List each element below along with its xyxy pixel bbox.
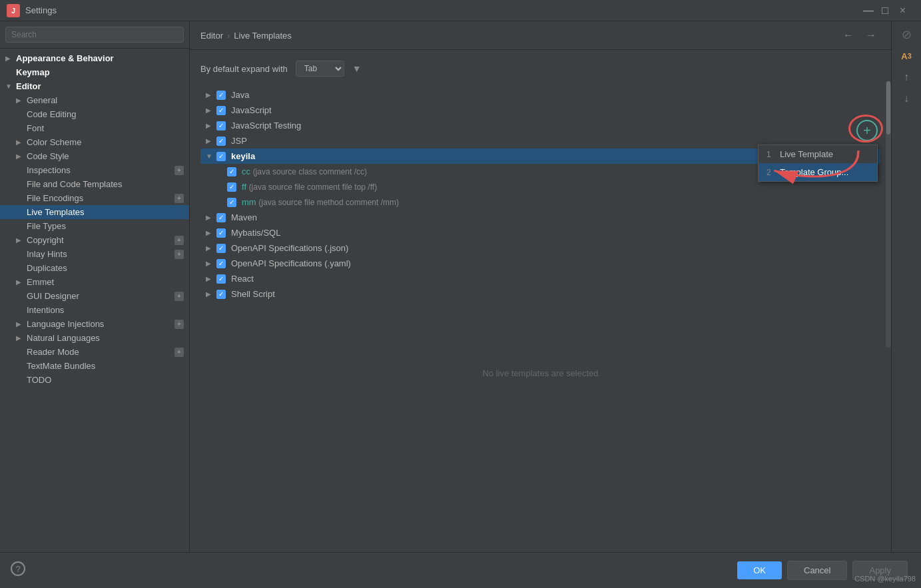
checkbox-javascript-testing[interactable]: ✓ — [216, 121, 226, 131]
sidebar-item-file-encodings[interactable]: File Encodings + — [0, 191, 189, 205]
item-number: 2 — [767, 168, 780, 177]
expand-row: By default expand with Tab Enter Space ▼ — [200, 61, 880, 77]
sidebar-item-label: TODO — [27, 375, 184, 385]
toolbar-icon-down[interactable]: ↓ — [897, 89, 916, 108]
toolbar-icon-up[interactable]: ↑ — [897, 68, 916, 87]
badge: + — [174, 250, 184, 259]
template-group-java[interactable]: ▶ ✓ Java — [200, 87, 880, 103]
dropdown-item-live-template[interactable]: 1 Live Template — [759, 145, 877, 163]
template-group-maven[interactable]: ▶ ✓ Maven — [200, 210, 880, 225]
nav-forward-btn[interactable]: → — [862, 28, 880, 43]
template-group-react[interactable]: ▶ ✓ React — [200, 271, 880, 286]
sidebar-item-duplicates[interactable]: Duplicates — [0, 261, 189, 275]
sidebar-item-editor[interactable]: ▼ Editor — [0, 79, 189, 93]
sidebar-item-keymap[interactable]: Keymap — [0, 65, 189, 79]
chevron-right-icon: ▶ — [206, 290, 216, 298]
checkbox-maven[interactable]: ✓ — [216, 213, 226, 222]
sidebar-item-general[interactable]: ▶ General — [0, 93, 189, 107]
close-btn[interactable]: × — [896, 5, 909, 17]
breadcrumb-separator: › — [227, 31, 230, 41]
chevron-right-icon: ▶ — [16, 278, 27, 286]
sidebar-item-label: Color Scheme — [27, 137, 184, 147]
toolbar-icon-a3[interactable]: A3 — [897, 47, 916, 65]
sidebar-item-inspections[interactable]: Inspections + — [0, 163, 189, 177]
right-toolbar: ⊘ A3 ↑ ↓ — [891, 21, 921, 552]
chevron-right-icon: ▶ — [206, 107, 216, 114]
sidebar-item-appearance[interactable]: ▶ Appearance & Behavior — [0, 51, 189, 65]
chevron-right-icon: ▶ — [206, 244, 216, 252]
template-item-mm[interactable]: ✓ mm (java source file method comment /m… — [200, 194, 880, 210]
checkbox-react[interactable]: ✓ — [216, 274, 226, 284]
ok-button[interactable]: OK — [737, 561, 782, 579]
item-desc: (java source file method comment /mm) — [258, 198, 399, 207]
template-group-javascript-testing[interactable]: ▶ ✓ JavaScript Testing — [200, 118, 880, 133]
search-input[interactable] — [5, 27, 184, 43]
checkbox-jsp[interactable]: ✓ — [216, 137, 226, 146]
breadcrumb: Editor › Live Templates — [200, 31, 292, 41]
sidebar-item-label: Natural Languages — [27, 333, 184, 343]
dropdown-arrow-icon: ▼ — [352, 63, 362, 74]
chevron-right-icon: ▶ — [16, 139, 27, 146]
add-button-area: + — [856, 120, 878, 141]
checkbox-openapi-json[interactable]: ✓ — [216, 244, 226, 253]
template-group-javascript[interactable]: ▶ ✓ JavaScript — [200, 103, 880, 118]
checkbox-openapi-yaml[interactable]: ✓ — [216, 259, 226, 268]
maximize-btn[interactable]: □ — [882, 5, 888, 17]
right-panel: Editor › Live Templates ← → By default e… — [190, 21, 891, 552]
search-box — [0, 21, 189, 49]
sidebar-item-label: GUI Designer — [27, 291, 172, 301]
checkbox-keyila[interactable]: ✓ — [216, 152, 226, 161]
help-icon[interactable]: ? — [11, 561, 25, 576]
sidebar-tree: ▶ Appearance & Behavior Keymap ▼ Editor … — [0, 49, 189, 552]
chevron-right-icon: ▶ — [16, 334, 27, 342]
sidebar-item-emmet[interactable]: ▶ Emmet — [0, 275, 189, 289]
add-template-btn[interactable]: + — [856, 120, 878, 141]
sidebar-item-reader-mode[interactable]: Reader Mode + — [0, 345, 189, 359]
sidebar-item-code-style[interactable]: ▶ Code Style — [0, 149, 189, 163]
template-group-shell[interactable]: ▶ ✓ Shell Script — [200, 286, 880, 302]
sidebar-item-gui-designer[interactable]: GUI Designer + — [0, 289, 189, 303]
item-number: 1 — [767, 150, 780, 159]
expand-select[interactable]: Tab Enter Space — [296, 61, 344, 77]
template-group-mybatis[interactable]: ▶ ✓ Mybatis/SQL — [200, 225, 880, 240]
sidebar-item-live-templates[interactable]: Live Templates — [0, 205, 189, 219]
checkbox-shell[interactable]: ✓ — [216, 290, 226, 299]
sidebar-item-code-editing[interactable]: Code Editing — [0, 107, 189, 121]
checkbox-mm[interactable]: ✓ — [227, 198, 236, 207]
sidebar-item-todo[interactable]: TODO — [0, 373, 189, 387]
scrollbar-thumb[interactable] — [886, 81, 890, 135]
sidebar-item-color-scheme[interactable]: ▶ Color Scheme — [0, 135, 189, 149]
checkbox-cc[interactable]: ✓ — [227, 167, 236, 176]
sidebar-item-textmate-bundles[interactable]: TextMate Bundles — [0, 359, 189, 373]
sidebar-item-font[interactable]: Font — [0, 121, 189, 135]
checkbox-mybatis[interactable]: ✓ — [216, 228, 226, 238]
sidebar-item-language-injections[interactable]: ▶ Language Injections + — [0, 317, 189, 331]
nav-back-btn[interactable]: ← — [839, 28, 858, 43]
sidebar-item-intentions[interactable]: Intentions — [0, 303, 189, 317]
sidebar-item-inlay-hints[interactable]: Inlay Hints + — [0, 247, 189, 261]
checkbox-javascript[interactable]: ✓ — [216, 106, 226, 115]
template-group-openapi-yaml[interactable]: ▶ ✓ OpenAPI Specifications (.yaml) — [200, 256, 880, 271]
chevron-right-icon: ▶ — [206, 275, 216, 282]
template-group-openapi-json[interactable]: ▶ ✓ OpenAPI Specifications (.json) — [200, 240, 880, 256]
sidebar-item-label: Editor — [16, 81, 184, 91]
checkbox-java[interactable]: ✓ — [216, 91, 226, 100]
group-label: Maven — [231, 212, 875, 222]
checkbox-ff[interactable]: ✓ — [227, 182, 236, 192]
sidebar-item-label: General — [27, 95, 184, 105]
sidebar-item-copyright[interactable]: ▶ Copyright + — [0, 233, 189, 247]
badge: + — [174, 348, 184, 357]
sidebar-item-label: Inlay Hints — [27, 249, 172, 259]
chevron-right-icon: ▶ — [16, 152, 27, 160]
item-abbrev: mm — [242, 197, 256, 207]
sidebar-item-file-code-templates[interactable]: File and Code Templates — [0, 177, 189, 191]
dropdown-item-template-group[interactable]: 2 Template Group... — [759, 163, 877, 181]
chevron-right-icon: ▶ — [16, 320, 27, 328]
sidebar-item-natural-languages[interactable]: ▶ Natural Languages — [0, 331, 189, 345]
toolbar-icon-slash[interactable]: ⊘ — [897, 25, 916, 44]
group-label: JavaScript — [231, 105, 875, 115]
chevron-right-icon: ▶ — [206, 137, 216, 145]
sidebar-item-file-types[interactable]: File Types — [0, 219, 189, 233]
minimize-btn[interactable]: — — [863, 5, 874, 17]
cancel-button[interactable]: Cancel — [787, 561, 847, 580]
